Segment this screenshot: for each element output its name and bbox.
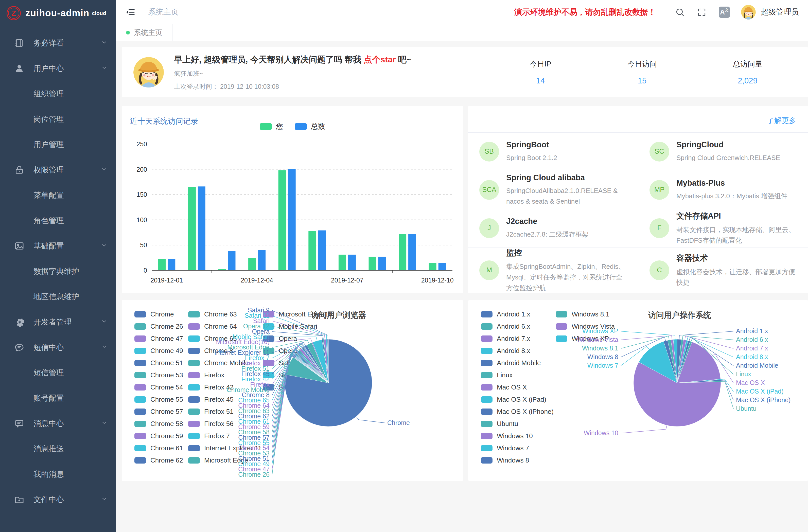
pie-legend-item[interactable]: Ubuntu (481, 420, 518, 428)
pie-legend-item[interactable]: Android 1.x (481, 310, 530, 318)
pie-legend-item[interactable]: Firefox 7 (188, 432, 230, 440)
pie-legend-item[interactable]: Linux (481, 371, 513, 379)
pie-legend-item[interactable]: Opera (263, 335, 297, 343)
pie-legend-item[interactable]: Opera 12 (263, 347, 306, 355)
pie-legend-item[interactable]: Firefox 51 (188, 408, 234, 416)
sidebar-group-item[interactable]: 基础配置 (0, 233, 116, 259)
pie-legend-item[interactable]: Chrome 8 (188, 347, 233, 355)
sidebar-sub-item[interactable]: 菜单配置 (0, 183, 116, 208)
pie-legend-item[interactable]: Android 6.x (481, 323, 530, 330)
sidebar-sub-item[interactable]: 用户管理 (0, 132, 116, 157)
pie-legend-item[interactable]: Chrome 62 (134, 456, 183, 464)
star-link[interactable]: 点个star (364, 55, 396, 64)
tech-item: F文件存储API封装文件接口，实现本地存储、阿里云、FastDFS存储的配置化 (638, 209, 808, 247)
pie-legend-item[interactable]: Windows 8.1 (556, 310, 609, 318)
bar-legend-item[interactable]: 总数 (295, 122, 325, 131)
pie-legend-item[interactable]: Chrome 63 (188, 310, 237, 318)
pie-legend-item[interactable]: Chrome 59 (134, 432, 183, 440)
sidebar-sub-item[interactable]: 岗位管理 (0, 107, 116, 132)
sidebar-group-item[interactable]: 用户中心 (0, 56, 116, 81)
search-icon[interactable] (675, 7, 685, 17)
bar-legend-item[interactable]: 您 (260, 122, 283, 131)
svg-text:Chrome 61: Chrome 61 (238, 418, 270, 425)
tech-desc: SpringCloudAlibaba2.1.0.RELEASE & nacos … (506, 185, 627, 207)
svg-text:2019-12-04: 2019-12-04 (241, 277, 273, 284)
sidebar-group-label: 务必详看 (34, 38, 64, 49)
fullscreen-icon[interactable] (697, 7, 706, 17)
pie-legend-item[interactable]: Chrome 57 (134, 408, 183, 416)
pie-legend-item[interactable]: Windows 10 (481, 432, 533, 440)
tech-item: SCSpringCloudSpring Cloud Greenwich.RELE… (638, 132, 808, 171)
tech-item: SCASpring Cloud alibabaSpringCloudAlibab… (468, 171, 638, 209)
sidebar-group-item[interactable]: 权限管理 (0, 157, 116, 183)
pie-legend-item[interactable]: Internet Explorer 11 (188, 444, 261, 452)
pie-legend-item[interactable]: Chrome Mobile (188, 359, 249, 367)
sidebar-sub-item[interactable]: 消息推送 (0, 436, 116, 461)
svg-text:Windows 10: Windows 10 (584, 429, 618, 436)
pie-legend-item[interactable]: Mac OS X (481, 383, 527, 391)
pie-legend-item[interactable]: Chrome 58 (134, 420, 183, 428)
pie-legend-item[interactable]: Chrome 49 (134, 347, 183, 355)
pie-legend-item[interactable]: Chrome 47 (134, 335, 183, 343)
sidebar-group-label: 文件中心 (34, 494, 64, 505)
sidebar-sub-item[interactable]: 短信管理 (0, 360, 116, 385)
tech-badge: C (649, 260, 669, 280)
learn-more-link[interactable]: 了解更多 (767, 116, 796, 126)
app-logo[interactable]: Z zuihou-admin cloud (0, 0, 116, 26)
pie-legend-item[interactable]: Firefox 56 (188, 420, 234, 428)
pie-legend-item[interactable]: Chrome 26 (134, 323, 183, 330)
app-title: zuihou-admin (25, 8, 89, 19)
app-title-suffix: cloud (92, 10, 106, 16)
sidebar-sub-item[interactable]: 数据字典维护 (0, 259, 116, 284)
pie-legend-item[interactable]: Safari 11 (263, 371, 305, 379)
chevron-down-icon (101, 318, 108, 326)
sidebar-group-label: 权限管理 (34, 165, 64, 175)
user-avatar[interactable] (741, 5, 756, 20)
breadcrumb[interactable]: 系统主页 (148, 7, 179, 17)
sidebar-group-item[interactable]: 务必详看 (0, 31, 116, 56)
svg-text:200: 200 (136, 166, 147, 173)
svg-text:50: 50 (140, 241, 147, 249)
pie-legend-item[interactable]: Windows 8 (481, 456, 529, 464)
pie-legend-item[interactable]: Android Mobile (481, 359, 541, 367)
pie-legend-item[interactable]: Android 7.x (481, 335, 530, 343)
pie-legend-item[interactable]: Mobile Safari (263, 323, 317, 330)
sidebar-sub-item[interactable]: 角色管理 (0, 208, 116, 233)
pie-legend-item[interactable]: Chrome 61 (134, 444, 183, 452)
pie-legend-item[interactable]: Firefox 42 (188, 383, 234, 391)
sidebar-sub-item[interactable]: 我的消息 (0, 461, 116, 487)
sidebar-sub-item[interactable]: 账号配置 (0, 385, 116, 411)
sidebar-group-item[interactable]: 开发者管理 (0, 309, 116, 335)
sidebar-group-item[interactable]: 短信中心 (0, 335, 116, 360)
pie-legend-item[interactable]: Firefox (188, 371, 224, 379)
tab-home[interactable]: 系统主页 (116, 24, 172, 41)
username[interactable]: 超级管理员 (761, 7, 799, 17)
pie-legend-item[interactable]: Chrome 65 (188, 335, 237, 343)
sidebar-group-item[interactable]: 消息中心 (0, 411, 116, 436)
pie-legend-item[interactable]: Microsoft Edge (188, 456, 248, 464)
pie-legend-item[interactable]: Windows XP (556, 335, 609, 343)
pie-legend-item[interactable]: Mac OS X (iPhone) (481, 408, 554, 416)
pie-legend-item[interactable]: Safari (263, 359, 296, 367)
sidebar-fold-icon[interactable] (125, 7, 136, 17)
svg-text:Chrome 65: Chrome 65 (238, 397, 270, 404)
pie-legend-item[interactable]: Windows Vista (556, 323, 615, 330)
pie-legend-item[interactable]: Chrome 51 (134, 359, 183, 367)
pie-legend-item[interactable]: Chrome 53 (134, 371, 183, 379)
pie-legend-item[interactable]: Safari 9 (263, 383, 301, 391)
pie-legend-item[interactable]: Firefox 45 (188, 396, 234, 403)
pie-legend-item[interactable]: Chrome 54 (134, 383, 183, 391)
pie-legend-item[interactable]: Android 8.x (481, 347, 530, 355)
chevron-down-icon (101, 39, 108, 48)
sidebar-sub-item[interactable]: 地区信息维护 (0, 284, 116, 309)
language-icon[interactable]: A文 (719, 6, 730, 18)
pie-legend-item[interactable]: Chrome 64 (188, 323, 237, 330)
pie-legend-item[interactable]: Chrome 55 (134, 396, 183, 403)
pie-legend-item[interactable]: Windows 7 (481, 444, 529, 452)
sidebar-sub-item[interactable]: 组织管理 (0, 81, 116, 107)
svg-text:Chrome 64: Chrome 64 (238, 402, 270, 409)
sidebar-group-item[interactable]: 文件中心 (0, 487, 116, 512)
pie-legend-item[interactable]: Mac OS X (iPad) (481, 396, 546, 403)
pie-legend-item[interactable]: Chrome (134, 310, 174, 318)
svg-text:250: 250 (136, 141, 147, 148)
